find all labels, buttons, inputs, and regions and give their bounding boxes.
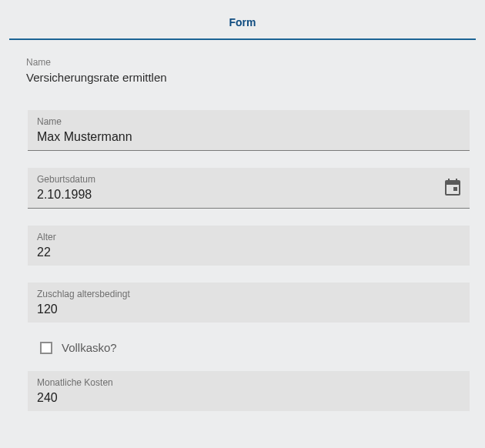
vollkasko-checkbox[interactable]: [40, 342, 52, 354]
surcharge-value: 120: [37, 303, 460, 316]
age-value: 22: [37, 246, 460, 259]
monthly-cost-label: Monatliche Kosten: [37, 377, 460, 388]
form-title: Form: [229, 16, 256, 28]
monthly-cost-field: Monatliche Kosten 240: [28, 371, 470, 411]
vollkasko-label: Vollkasko?: [62, 341, 117, 354]
svg-rect-3: [456, 179, 457, 182]
form-name-label: Name: [26, 57, 476, 68]
surcharge-field: Zuschlag altersbedingt 120: [28, 283, 470, 323]
monthly-cost-value: 240: [37, 391, 460, 405]
svg-rect-1: [446, 181, 460, 185]
surcharge-label: Zuschlag altersbedingt: [37, 289, 460, 299]
calendar-icon[interactable]: [445, 179, 460, 199]
svg-rect-2: [448, 179, 450, 182]
age-field: Alter 22: [28, 226, 470, 266]
name-label: Name: [37, 116, 460, 127]
name-field[interactable]: Name Max Mustermann: [28, 110, 470, 151]
form-name-value: Versicherungsrate ermittlen: [26, 71, 476, 84]
svg-rect-4: [453, 187, 457, 191]
dob-field[interactable]: Geburtsdatum 2.10.1998: [28, 168, 470, 209]
name-value: Max Mustermann: [37, 130, 460, 144]
vollkasko-checkbox-row[interactable]: Vollkasko?: [40, 341, 470, 354]
dob-value: 2.10.1998: [37, 188, 460, 202]
dob-label: Geburtsdatum: [37, 174, 460, 185]
age-label: Alter: [37, 232, 460, 242]
